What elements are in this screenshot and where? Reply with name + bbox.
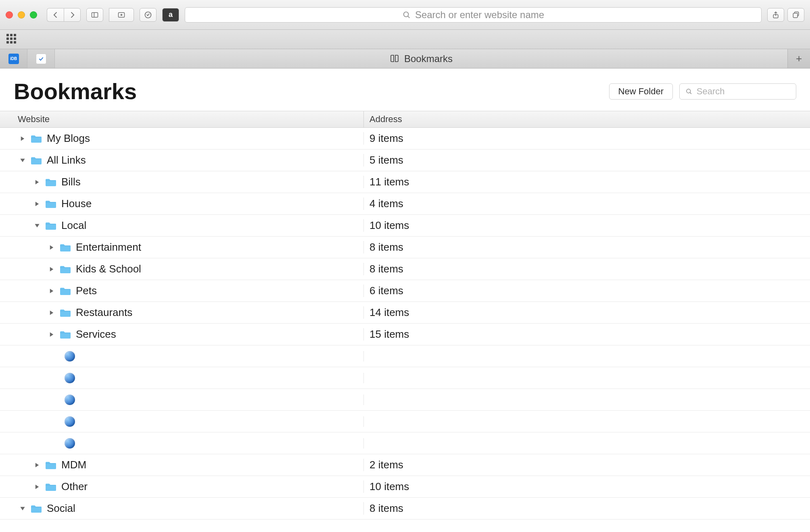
bookmark-row[interactable]	[0, 367, 810, 389]
folder-icon	[31, 134, 42, 143]
chevron-right-icon[interactable]	[48, 288, 55, 294]
chevron-right-icon[interactable]	[34, 201, 40, 207]
bookmark-search-input[interactable]	[697, 86, 790, 97]
forward-button[interactable]	[64, 8, 81, 22]
folder-row[interactable]: MDM2 items	[0, 454, 810, 476]
svg-point-8	[687, 89, 691, 93]
globe-icon	[65, 416, 75, 427]
active-tab[interactable]: Bookmarks	[55, 49, 787, 68]
chevron-right-icon[interactable]	[48, 331, 55, 338]
folder-row[interactable]: Bills11 items	[0, 171, 810, 193]
traffic-lights	[6, 11, 37, 19]
folder-icon	[45, 461, 56, 470]
apps-grid-button[interactable]	[6, 34, 18, 45]
folder-row[interactable]: Services15 items	[0, 324, 810, 345]
folder-name: Pets	[76, 285, 97, 297]
row-website-cell	[0, 395, 364, 405]
folder-name: Entertainment	[76, 241, 141, 254]
folder-row[interactable]: Kids & School8 items	[0, 258, 810, 280]
row-website-cell: Bills	[0, 176, 364, 188]
chevron-right-icon[interactable]	[34, 484, 40, 490]
pinned-tab-check[interactable]	[27, 49, 55, 68]
bookmark-row[interactable]	[0, 345, 810, 367]
row-website-cell: Services	[0, 328, 364, 341]
folder-name: MDM	[61, 459, 86, 471]
bookmark-search-box[interactable]	[679, 83, 796, 100]
folder-row[interactable]: Social8 items	[0, 498, 810, 520]
folder-icon	[45, 200, 56, 208]
table-header: Website Address	[0, 111, 810, 128]
row-website-cell: Kids & School	[0, 263, 364, 275]
pinned-tab-idb[interactable]: iDB	[0, 49, 27, 68]
right-toolbar-group	[767, 8, 804, 22]
row-website-cell: My Blogs	[0, 132, 364, 145]
chevron-right-icon[interactable]	[19, 135, 26, 142]
row-website-cell: Local	[0, 219, 364, 232]
folder-icon	[45, 178, 56, 187]
chevron-right-icon[interactable]	[48, 244, 55, 251]
globe-icon	[65, 373, 75, 383]
tabs-overview-button[interactable]	[787, 8, 804, 22]
favorites-button[interactable]	[109, 8, 134, 22]
svg-rect-7	[793, 13, 797, 17]
reading-list-button[interactable]	[140, 8, 157, 22]
chevron-down-icon[interactable]	[19, 505, 26, 512]
row-address-cell: 8 items	[364, 263, 810, 275]
bookmark-row[interactable]	[0, 411, 810, 432]
new-tab-button[interactable]: +	[787, 49, 810, 68]
minimize-window-button[interactable]	[18, 11, 25, 19]
folder-name: Local	[61, 219, 86, 232]
chevron-right-icon[interactable]	[34, 179, 40, 185]
row-address-cell: 10 items	[364, 219, 810, 232]
new-folder-button[interactable]: New Folder	[609, 83, 673, 100]
chevron-right-icon[interactable]	[48, 310, 55, 316]
row-address-cell: 2 items	[364, 459, 810, 471]
folder-icon	[60, 265, 71, 274]
folder-row[interactable]: All Links5 items	[0, 150, 810, 171]
nav-button-group	[47, 8, 81, 22]
amazon-extension-button[interactable]: a	[162, 8, 179, 22]
bookmark-rows: My Blogs9 itemsAll Links5 itemsBills11 i…	[0, 128, 810, 529]
row-website-cell: Entertainment	[0, 241, 364, 254]
column-header-website[interactable]: Website	[0, 111, 364, 127]
row-address-cell: 14 items	[364, 306, 810, 319]
search-icon	[402, 10, 411, 19]
tab-title: Bookmarks	[404, 53, 453, 64]
row-address-cell: 5 items	[364, 154, 810, 166]
folder-icon	[60, 330, 71, 339]
folder-row[interactable]: Restaurants14 items	[0, 302, 810, 324]
folder-row[interactable]: My Blogs9 items	[0, 128, 810, 150]
search-icon	[685, 87, 693, 96]
page-title: Bookmarks	[14, 78, 603, 104]
bookmark-row[interactable]	[0, 389, 810, 411]
tab-bar: iDB Bookmarks +	[0, 49, 810, 69]
bookmark-row[interactable]	[0, 432, 810, 454]
chevron-down-icon[interactable]	[19, 157, 26, 164]
folder-row[interactable]: Pets6 items	[0, 280, 810, 302]
chevron-right-icon[interactable]	[48, 266, 55, 272]
address-bar[interactable]: Search or enter website name	[185, 7, 762, 23]
row-address-cell: 4 items	[364, 197, 810, 210]
folder-row[interactable]: Other10 items	[0, 476, 810, 498]
chevron-right-icon[interactable]	[34, 462, 40, 468]
folder-name: Other	[61, 480, 88, 493]
folder-icon	[60, 308, 71, 317]
share-button[interactable]	[767, 8, 784, 22]
content-header: Bookmarks New Folder	[0, 69, 810, 111]
row-address-cell: 8 items	[364, 502, 810, 515]
maximize-window-button[interactable]	[30, 11, 37, 19]
sidebar-button[interactable]	[86, 8, 103, 22]
folder-row[interactable]: Entertainment8 items	[0, 237, 810, 258]
folder-icon	[31, 156, 42, 165]
folder-name: My Blogs	[47, 132, 90, 145]
folder-row[interactable]: Local10 items	[0, 215, 810, 237]
chevron-down-icon[interactable]	[34, 222, 40, 229]
back-button[interactable]	[47, 8, 64, 22]
row-address-cell: 9 items	[364, 132, 810, 145]
column-header-address[interactable]: Address	[364, 111, 810, 127]
folder-name: Kids & School	[76, 263, 141, 275]
folder-row[interactable]: House4 items	[0, 193, 810, 215]
row-website-cell: Social	[0, 502, 364, 515]
window-toolbar: a Search or enter website name	[0, 0, 810, 30]
close-window-button[interactable]	[6, 11, 13, 19]
